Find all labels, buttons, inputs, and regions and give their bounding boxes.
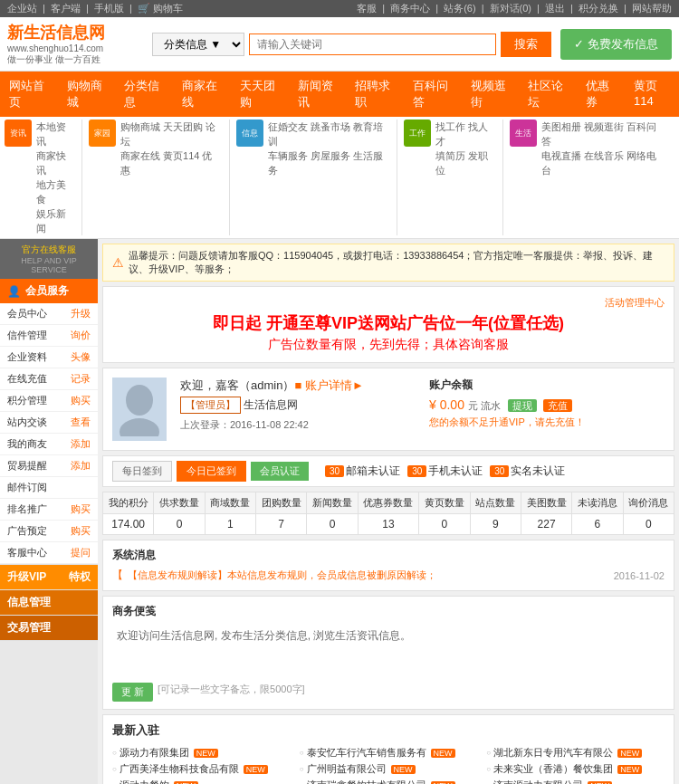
- link-services[interactable]: 车辆服务 房屋服务 生活服务: [268, 148, 389, 177]
- nav-news[interactable]: 新闻资讯: [289, 72, 347, 117]
- nav-help[interactable]: 网站帮助: [632, 3, 672, 14]
- upgrade-label[interactable]: 升级: [71, 307, 91, 320]
- add-label[interactable]: 添加: [71, 437, 91, 451]
- nav-coupon[interactable]: 优惠券: [577, 72, 625, 117]
- latest-link[interactable]: 泰安忆车行汽车销售服务有: [307, 746, 426, 760]
- latest-link[interactable]: 源动力餐饮: [120, 779, 169, 784]
- today-checkin-button[interactable]: 今日已签到: [177, 461, 246, 482]
- sidebar-item-rank[interactable]: 排名推广 购买: [0, 499, 98, 521]
- link-local-news[interactable]: 本地资讯: [36, 120, 74, 148]
- nav-mobile[interactable]: 手机版: [94, 3, 124, 14]
- latest-link[interactable]: 未来实业（香港）餐饮集团: [493, 762, 613, 776]
- col-inquiry: 询价消息: [623, 492, 674, 514]
- avatar-label[interactable]: 头像: [71, 350, 91, 364]
- nav-customer-service[interactable]: 客服: [357, 3, 377, 14]
- sidebar-trade-title[interactable]: 交易管理: [0, 616, 98, 640]
- latest-link[interactable]: 广西美泽生物科技食品有限: [120, 762, 239, 776]
- link-photos[interactable]: 美图相册 视频逛街 百科问答: [541, 120, 663, 148]
- link-dating[interactable]: 征婚交友 跳蚤市场 教育培训: [268, 120, 389, 148]
- sidebar-vip-title[interactable]: 升级VIP 特权: [0, 565, 98, 589]
- auth-button[interactable]: 会员认证: [251, 462, 309, 481]
- col-domain: 商域数量: [205, 492, 255, 514]
- email-auth-badge: 30 邮箱未认证: [322, 464, 400, 479]
- nav-new-chat[interactable]: 新对话(0): [490, 3, 531, 14]
- stats-value-row: 174.00 0 1 7 0 13 0 9 227 6 0: [103, 514, 674, 535]
- sidebar-item-recharge[interactable]: 在线充值 记录: [0, 368, 98, 390]
- nav-logout[interactable]: 退出: [545, 3, 565, 14]
- notepad-content: 欢迎访问生活信息网, 发布生活分类信息, 浏览生活资讯信息。: [112, 624, 665, 678]
- sidebar-item-points[interactable]: 积分管理 购买: [0, 390, 98, 412]
- val-sites: 9: [470, 514, 521, 535]
- nav-wiki[interactable]: 百科问答: [404, 72, 462, 117]
- account-balance: ¥ 0.00 元 流水 提现 充值: [429, 397, 665, 413]
- sidebar-item-support[interactable]: 客服中心 提问: [0, 542, 98, 564]
- real-auth-label: 实名未认证: [511, 464, 565, 479]
- profile-link[interactable]: ■ 账户详情►: [294, 378, 363, 392]
- nav-video[interactable]: 视频逛街: [462, 72, 520, 117]
- latest-link[interactable]: 济南源动力有限公司: [493, 779, 583, 784]
- recharge-link[interactable]: 充值: [543, 399, 572, 412]
- latest-link[interactable]: 广州明益有限公司: [307, 762, 387, 776]
- nav-cart[interactable]: 🛒 购物车: [138, 3, 183, 14]
- nav-points[interactable]: 积分兑换: [579, 3, 618, 14]
- sidebar-item-reminder[interactable]: 贸易提醒 添加: [0, 455, 98, 477]
- nav-shop[interactable]: 购物商城: [58, 72, 116, 117]
- sidebar-item-mail[interactable]: 信件管理 询价: [0, 325, 98, 347]
- sidebar-item-friends[interactable]: 我的商友 添加: [0, 434, 98, 455]
- sidebar-member-title[interactable]: 👤 会员服务: [0, 279, 98, 303]
- sidebar-item-ads[interactable]: 广告预定 购买: [0, 521, 98, 542]
- sidebar-item-email-sub[interactable]: 邮件订阅: [0, 477, 98, 499]
- link-entertainment[interactable]: 娱乐新闻: [36, 206, 74, 235]
- sidebar-member-section: 👤 会员服务 会员中心 升级 信件管理 询价 企业资料 头像 在线充值 记: [0, 279, 98, 565]
- link-food[interactable]: 地方美食: [36, 177, 74, 206]
- publish-button[interactable]: ✓ 免费发布信息: [560, 29, 672, 60]
- add2-label[interactable]: 添加: [71, 459, 91, 473]
- link-merchant-news[interactable]: 商家快讯: [36, 148, 74, 177]
- nav-jobs[interactable]: 招聘求职: [346, 72, 404, 117]
- top-bar-right: 客服 | 商务中心 | 站务(6) | 新对话(0) | 退出 | 积分兑换 |…: [354, 2, 674, 15]
- inquiry-label[interactable]: 询价: [71, 329, 91, 342]
- sub-nav-news-links: 本地资讯 商家快讯 地方美食 娱乐新闻: [36, 120, 74, 235]
- nav-forum[interactable]: 社区论坛: [519, 72, 577, 117]
- activity-mgr-link[interactable]: 活动管理中心: [605, 297, 665, 308]
- withdraw-link[interactable]: 提现: [508, 399, 537, 412]
- sidebar-item-member-center[interactable]: 会员中心 升级: [0, 303, 98, 325]
- nav-corp-site[interactable]: 企业站: [7, 3, 37, 14]
- nav-yellow[interactable]: 黄页114: [625, 72, 679, 117]
- ads-buy-label[interactable]: 购买: [71, 524, 91, 538]
- nav-groupbuy[interactable]: 天天团购: [231, 72, 289, 117]
- link-find-job[interactable]: 找工作 找人才: [435, 120, 495, 148]
- val-photos: 227: [521, 514, 571, 535]
- latest-link[interactable]: 源动力有限集团: [120, 746, 189, 760]
- latest-link[interactable]: 济南瑞鑫餐饮技术有限公司: [307, 779, 426, 784]
- search-button[interactable]: 搜索: [501, 32, 551, 57]
- nav-client[interactable]: 客户端: [51, 3, 81, 14]
- col-unread: 未读消息: [572, 492, 623, 514]
- nav-merchants[interactable]: 商家在线: [173, 72, 231, 117]
- view-label[interactable]: 查看: [71, 416, 91, 429]
- nav-business-center[interactable]: 商务中心: [390, 3, 430, 14]
- nav-classify[interactable]: 分类信息: [115, 72, 173, 117]
- nav-home[interactable]: 网站首页: [0, 72, 58, 117]
- search-input[interactable]: [249, 33, 496, 55]
- record-label[interactable]: 记录: [71, 372, 91, 386]
- sidebar-item-company[interactable]: 企业资料 头像: [0, 347, 98, 368]
- link-merchant-online[interactable]: 商家在线 黄页114 优惠: [120, 148, 222, 177]
- link-tv[interactable]: 电视直播 在线音乐 网络电台: [541, 148, 663, 177]
- support-label: 客服中心: [7, 546, 47, 559]
- rank-buy-label[interactable]: 购买: [71, 502, 91, 516]
- checkin-button[interactable]: 每日签到: [112, 461, 172, 482]
- nav-station[interactable]: 站务(6): [444, 3, 475, 14]
- search-category-select[interactable]: 分类信息 ▼: [152, 33, 244, 56]
- link-shopping[interactable]: 购物商城 天天团购 论坛: [120, 120, 222, 148]
- latest-link[interactable]: 湖北新东日专用汽车有限公: [493, 746, 613, 760]
- sidebar-item-chat[interactable]: 站内交谈 查看: [0, 412, 98, 434]
- link-resume[interactable]: 填简历 发职位: [435, 148, 495, 177]
- sys-msg-link[interactable]: 【信息发布规则解读】本站信息发布规则，会员成信息被删原因解读；: [128, 569, 436, 582]
- notepad-save-button[interactable]: 更 新: [112, 683, 153, 702]
- sidebar-info-title[interactable]: 信息管理: [0, 590, 98, 615]
- ask-label[interactable]: 提问: [71, 546, 91, 559]
- new-badge: NEW: [617, 749, 642, 758]
- buy-label[interactable]: 购买: [71, 394, 91, 407]
- col-groupbuy: 团购数量: [255, 492, 306, 514]
